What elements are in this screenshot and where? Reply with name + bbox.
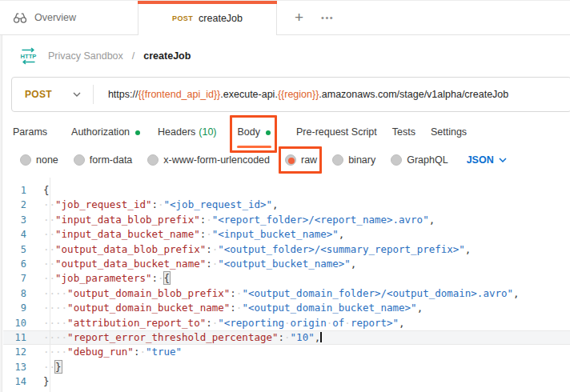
- breadcrumb: HTTP Privacy Sandbox / createJob: [3, 35, 570, 77]
- line-number: 7: [3, 271, 37, 286]
- code-line[interactable]: 12····"debug_run":·"true": [3, 345, 570, 359]
- json-value: "10": [291, 331, 315, 343]
- tab-label: Authorization: [71, 126, 130, 138]
- pane-edge: [0, 35, 2, 392]
- code-token: ····: [43, 317, 67, 329]
- postman-window: Overview POST createJob + ••• HTTP Priva…: [0, 0, 570, 392]
- json-key: "report_error_threshold_percentage": [67, 331, 278, 343]
- code-text: ··"input_data_blob_prefix":·"<report_fol…: [37, 213, 435, 227]
- mode-label: form-data: [90, 154, 133, 166]
- workspace-tab-bar: Overview POST createJob + •••: [0, 0, 570, 35]
- mode-label: binary: [348, 154, 375, 166]
- code-line[interactable]: 2··"job_request_id":·"<job_request_id>",: [3, 198, 570, 212]
- code-token: :: [206, 243, 212, 255]
- tab-createjob[interactable]: POST createJob: [138, 1, 277, 35]
- url-variable: {{frontend_api_id}}: [138, 89, 220, 100]
- tab-overview[interactable]: Overview: [0, 1, 138, 34]
- code-token: ·: [139, 346, 146, 358]
- code-line[interactable]: 6··"output_data_bucket_name":·"<output_b…: [3, 257, 570, 271]
- url-segment: .execute-api.: [220, 89, 278, 100]
- code-token: ,: [315, 331, 321, 343]
- http-request-icon: HTTP: [18, 47, 39, 65]
- language-select[interactable]: JSON: [467, 154, 507, 166]
- divider: [93, 85, 94, 104]
- code-line[interactable]: 10····"attribution_report_to":·"<reporti…: [3, 316, 570, 330]
- tab-authorization[interactable]: Authorization: [71, 124, 140, 140]
- breadcrumb-request-name[interactable]: createJob: [143, 50, 191, 62]
- method-selector[interactable]: POST: [25, 89, 52, 100]
- radio-button[interactable]: [332, 154, 343, 166]
- tab-settings[interactable]: Settings: [431, 124, 467, 140]
- json-key: "output_domain_blob_prefix": [67, 287, 230, 299]
- code-token: ····: [43, 302, 67, 314]
- tab-tests[interactable]: Tests: [392, 124, 415, 140]
- line-number: 6: [3, 257, 37, 271]
- green-status-dot: [135, 130, 140, 135]
- tab-label: Body: [238, 126, 261, 138]
- tab-pre-request-script[interactable]: Pre-request Script: [296, 124, 377, 140]
- radio-button[interactable]: [147, 154, 159, 166]
- code-line[interactable]: 5··"output_data_blob_prefix":·"<output_f…: [3, 242, 570, 257]
- code-token: ····: [43, 346, 67, 358]
- code-token: ,: [272, 198, 279, 210]
- code-token: :: [230, 302, 236, 314]
- json-key: "output_data_bucket_name": [55, 258, 206, 270]
- url-text[interactable]: https://{{frontend_api_id}}.execute-api.…: [108, 89, 508, 100]
- code-token: :: [206, 258, 212, 270]
- breadcrumb-collection[interactable]: Privacy Sandbox: [48, 50, 123, 62]
- radio-button[interactable]: [285, 154, 296, 166]
- request-tabs: ParamsAuthorizationHeaders(10)BodyPre-re…: [13, 118, 570, 146]
- tab-body[interactable]: Body: [238, 124, 271, 140]
- radio-button[interactable]: [20, 154, 31, 166]
- json-value: "<report_folder>/<report_name>.avro": [212, 214, 429, 226]
- code-line[interactable]: 8····"output_domain_blob_prefix":·"<outp…: [3, 286, 570, 301]
- line-number: 10: [3, 316, 37, 330]
- mode-x-www-form-urlencoded[interactable]: x-www-form-urlencoded: [147, 153, 270, 167]
- new-tab-button[interactable]: +: [288, 9, 310, 26]
- code-line[interactable]: 3··"input_data_blob_prefix":·"<report_fo…: [3, 213, 570, 227]
- code-token: ,: [417, 302, 423, 314]
- mode-raw[interactable]: raw: [285, 153, 317, 167]
- mode-label: x-www-form-urlencoded: [163, 154, 270, 166]
- json-key: "output_domain_bucket_name": [67, 302, 230, 314]
- tab-overview-label: Overview: [34, 12, 76, 23]
- tab-headers[interactable]: Headers(10): [158, 124, 216, 140]
- json-value: "<output_folder>/<summary_report_prefix>…: [218, 243, 465, 255]
- mode-form-data[interactable]: form-data: [74, 153, 133, 167]
- body-editor[interactable]: 1{2··"job_request_id":·"<job_request_id>…: [3, 178, 570, 392]
- body-mode-row: noneform-datax-www-form-urlencodedrawbin…: [20, 149, 570, 171]
- code-line[interactable]: 9····"output_domain_bucket_name":·"<outp…: [3, 301, 570, 315]
- tab-label: Params: [13, 126, 47, 138]
- code-line[interactable]: 11····"report_error_threshold_percentage…: [3, 330, 570, 345]
- code-token: {: [164, 272, 171, 284]
- line-number: 2: [3, 198, 37, 212]
- radio-button[interactable]: [391, 154, 402, 166]
- code-line[interactable]: 4··"input_data_bucket_name":·"<input_buc…: [3, 227, 570, 242]
- code-line[interactable]: 14}: [3, 374, 570, 389]
- mode-none[interactable]: none: [20, 153, 58, 167]
- tab-options-button[interactable]: •••: [315, 13, 340, 22]
- mode-binary[interactable]: binary: [332, 153, 375, 167]
- json-value: of: [332, 317, 344, 329]
- code-line[interactable]: 1{: [3, 183, 570, 198]
- code-text: ····"attribution_report_to":·"<reporting…: [37, 316, 405, 330]
- language-select-value: JSON: [467, 154, 494, 166]
- tab-params[interactable]: Params: [13, 124, 47, 140]
- code-token: ····: [43, 287, 67, 299]
- code-line[interactable]: 7··"job_parameters":·{: [3, 271, 570, 286]
- code-line[interactable]: 13··}: [3, 360, 570, 374]
- json-key: "input_data_bucket_name": [55, 228, 200, 240]
- chevron-down-icon[interactable]: [73, 92, 81, 97]
- mode-graphql[interactable]: GraphQL: [391, 153, 448, 167]
- tab-request-name: createJob: [199, 13, 243, 24]
- code-token: ·: [158, 198, 164, 210]
- line-number: 4: [3, 227, 37, 242]
- breadcrumb-separator: /: [132, 50, 134, 62]
- radio-button[interactable]: [74, 154, 85, 166]
- code-text: }: [37, 374, 50, 389]
- code-token: :: [206, 317, 212, 329]
- tab-label: Tests: [392, 126, 415, 138]
- url-segment: https://: [108, 89, 138, 100]
- json-key: "job_parameters": [55, 272, 151, 284]
- code-text: ··"job_request_id":·"<job_request_id>",: [37, 198, 279, 212]
